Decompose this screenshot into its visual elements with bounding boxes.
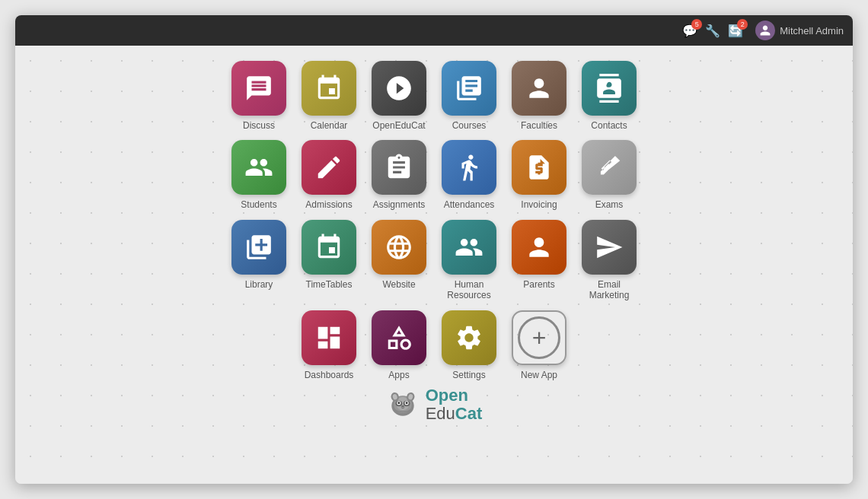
- main-screen: 💬 5 🔧 🔄 2 Mitchell Admin: [15, 15, 853, 484]
- calendar-label: Calendar: [311, 120, 348, 131]
- discuss-label: Discuss: [243, 120, 275, 131]
- navbar: 💬 5 🔧 🔄 2 Mitchell Admin: [15, 15, 853, 46]
- apps-icon: [372, 310, 426, 365]
- updates-badge: 2: [737, 19, 748, 30]
- admissions-icon: [302, 140, 356, 195]
- settings-icon: [442, 310, 496, 365]
- avatar: [755, 21, 775, 40]
- assignments-label: Assignments: [373, 199, 426, 210]
- website-label: Website: [382, 279, 415, 290]
- messages-badge: 5: [691, 19, 702, 30]
- students-icon: [231, 140, 286, 195]
- logo-open: Open: [426, 386, 468, 405]
- openeducat-icon: [372, 61, 426, 116]
- app-attendances[interactable]: Attendances: [439, 140, 499, 210]
- library-label: Library: [245, 279, 273, 290]
- app-parents[interactable]: Parents: [509, 220, 570, 301]
- nav-icons: 💬 5 🔧 🔄 2: [682, 24, 743, 38]
- app-row-1: Discuss Calendar OpenEduCat: [228, 61, 640, 131]
- app-calendar[interactable]: Calendar: [298, 61, 359, 131]
- app-dashboards[interactable]: Dashboards: [298, 310, 359, 380]
- main-content: Discuss Calendar OpenEduCat: [15, 46, 853, 484]
- invoicing-label: Invoicing: [521, 199, 557, 210]
- logo-edu: Edu: [426, 404, 455, 423]
- exams-icon: [582, 140, 637, 195]
- contacts-icon: [582, 61, 637, 116]
- timetables-label: TimeTables: [306, 279, 353, 290]
- openeducat-label: OpenEduCat: [372, 120, 425, 131]
- assignments-icon: [372, 140, 426, 195]
- settings-label: Settings: [452, 370, 485, 380]
- wrench-icon[interactable]: 🔧: [705, 24, 720, 38]
- svg-point-11: [397, 402, 400, 404]
- svg-point-13: [401, 405, 404, 407]
- messages-icon[interactable]: 💬 5: [682, 24, 697, 38]
- app-timetables[interactable]: TimeTables: [298, 220, 359, 301]
- app-grid: Discuss Calendar OpenEduCat: [228, 61, 640, 380]
- dashboards-icon: [302, 310, 356, 365]
- new-app-circle: +: [518, 316, 560, 359]
- courses-icon: [442, 61, 496, 116]
- logo-cat: Cat: [455, 404, 482, 423]
- dashboards-label: Dashboards: [305, 370, 354, 380]
- faculties-icon: [512, 61, 566, 116]
- parents-label: Parents: [523, 279, 554, 290]
- app-row-2: Students Admissions Assignments: [228, 140, 640, 210]
- hr-icon: [442, 220, 496, 275]
- website-icon: [372, 220, 426, 275]
- faculties-label: Faculties: [521, 120, 557, 131]
- app-admissions[interactable]: Admissions: [298, 140, 359, 210]
- apps-label: Apps: [388, 370, 409, 380]
- hr-label: Human Resources: [439, 279, 499, 301]
- app-hr[interactable]: Human Resources: [439, 220, 499, 301]
- plus-icon: +: [532, 326, 547, 350]
- app-row-3: Library TimeTables Website: [228, 220, 640, 301]
- app-apps[interactable]: Apps: [369, 310, 429, 380]
- app-discuss[interactable]: Discuss: [228, 61, 289, 131]
- app-website[interactable]: Website: [369, 220, 429, 301]
- app-invoicing[interactable]: Invoicing: [509, 140, 570, 210]
- app-settings[interactable]: Settings: [439, 310, 499, 380]
- user-name: Mitchell Admin: [780, 25, 844, 37]
- raccoon-logo: [386, 388, 420, 421]
- discuss-icon: [231, 61, 286, 116]
- invoicing-icon: [512, 140, 566, 195]
- app-faculties[interactable]: Faculties: [509, 61, 570, 131]
- email-marketing-label: Email Marketing: [579, 279, 640, 301]
- attendances-icon: [442, 140, 496, 195]
- app-email-marketing[interactable]: Email Marketing: [579, 220, 640, 301]
- admissions-label: Admissions: [305, 199, 352, 210]
- library-icon: [231, 220, 286, 275]
- refresh-icon[interactable]: 🔄 2: [728, 24, 743, 38]
- app-courses[interactable]: Courses: [439, 61, 499, 131]
- app-assignments[interactable]: Assignments: [369, 140, 429, 210]
- calendar-icon: [302, 61, 356, 116]
- attendances-label: Attendances: [444, 199, 495, 210]
- email-marketing-icon: [582, 220, 637, 275]
- new-app-label: New App: [521, 370, 557, 380]
- user-menu[interactable]: Mitchell Admin: [755, 21, 844, 40]
- app-contacts[interactable]: Contacts: [579, 61, 640, 131]
- logo-text: Open EduCat: [426, 386, 483, 423]
- bottom-logo: Open EduCat: [386, 386, 483, 423]
- app-exams[interactable]: Exams: [579, 140, 640, 210]
- app-library[interactable]: Library: [228, 220, 289, 301]
- app-students[interactable]: Students: [228, 140, 289, 210]
- exams-label: Exams: [595, 199, 624, 210]
- timetables-icon: [302, 220, 356, 275]
- app-row-4: Dashboards Apps Settings: [298, 310, 570, 380]
- app-openeducat[interactable]: OpenEduCat: [369, 61, 429, 131]
- students-label: Students: [241, 199, 276, 210]
- parents-icon: [512, 220, 566, 275]
- new-app-icon: +: [512, 310, 566, 365]
- contacts-label: Contacts: [591, 120, 627, 131]
- app-new-app[interactable]: + New App: [509, 310, 570, 380]
- courses-label: Courses: [452, 120, 487, 131]
- svg-point-12: [405, 402, 407, 404]
